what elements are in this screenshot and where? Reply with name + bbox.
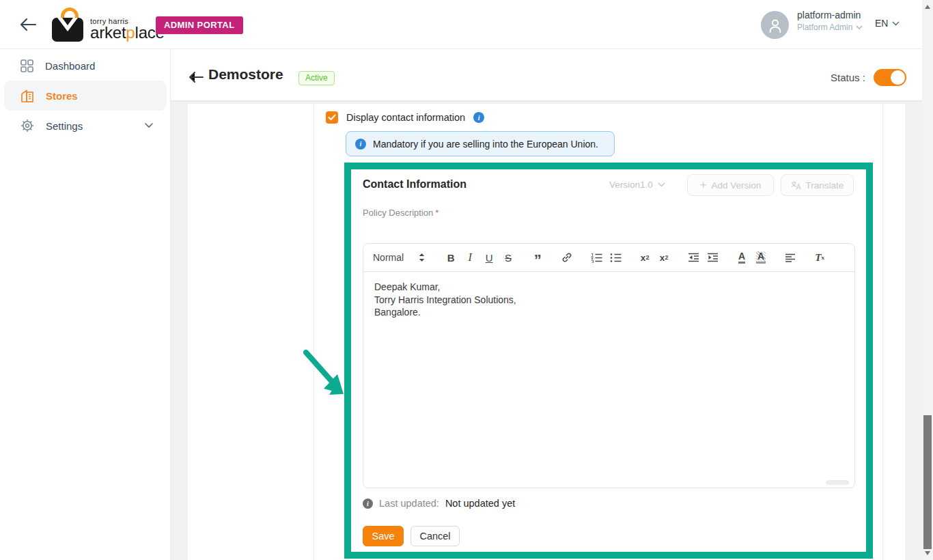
status-badge: Active [298, 71, 335, 85]
top-bar: torry harris arketplace ADMIN PORTAL pla… [0, 0, 922, 49]
last-updated-label: Last updated: [379, 498, 439, 509]
link-group [557, 249, 576, 266]
version-label: Version1.0 [609, 180, 653, 190]
sidebar-item-settings[interactable]: Settings [4, 111, 167, 141]
subscript-button[interactable]: x2 [635, 249, 654, 266]
indent-group [684, 249, 722, 266]
language-selector[interactable]: EN [875, 18, 900, 29]
add-version-button[interactable]: + Add Version [687, 174, 774, 196]
store-detail-card: Display contact information i i Mandator… [188, 104, 905, 560]
display-contact-row: Display contact information i [326, 111, 484, 124]
clean-T: T [815, 252, 821, 264]
bullet-list-button[interactable] [606, 249, 625, 266]
status-toggle[interactable] [874, 69, 906, 86]
indent-button[interactable] [703, 249, 722, 266]
subscript-2: 2 [645, 254, 649, 261]
text-color-button[interactable]: A [738, 251, 745, 264]
panel-title: Contact Information [363, 178, 466, 191]
save-button[interactable]: Save [363, 526, 404, 546]
page-title: Demostore [208, 66, 283, 83]
toggle-knob [891, 70, 905, 85]
chevron-down-icon[interactable] [145, 123, 153, 128]
outdent-button[interactable] [684, 249, 703, 266]
user-role-dropdown[interactable]: Platform Admin [797, 23, 863, 32]
last-updated-value: Not updated yet [445, 498, 515, 509]
sidebar-item-stores[interactable]: Stores [4, 81, 167, 111]
cancel-button[interactable]: Cancel [410, 526, 460, 546]
marketplace-logo[interactable]: torry harris arketplace [52, 8, 165, 42]
bold-button[interactable]: B [441, 249, 460, 266]
scroll-up-arrow-icon[interactable] [925, 5, 930, 9]
chevron-down-icon [856, 25, 863, 29]
policy-label-text: Policy Description [363, 208, 433, 218]
logo-name-pre: arket [90, 23, 126, 42]
admin-portal-badge: ADMIN PORTAL [156, 16, 243, 34]
logo-mark-icon [52, 8, 87, 42]
italic-button[interactable]: I [460, 249, 479, 266]
format-select[interactable]: Normal [373, 252, 425, 263]
page-back-icon[interactable] [186, 67, 206, 87]
updown-arrows-icon [419, 253, 425, 262]
editor-text-area[interactable]: Deepak Kumar, Torry Harris Integration S… [363, 272, 854, 328]
align-button[interactable] [781, 249, 800, 266]
gear-icon [20, 119, 34, 132]
chevron-down-icon [892, 21, 900, 26]
logo-name-accent: p [126, 23, 135, 42]
ordered-list-button[interactable] [587, 249, 606, 266]
last-updated-row: i Last updated: Not updated yet [363, 498, 515, 509]
editor-toolbar: Normal B I U S [363, 244, 854, 272]
banner-text: Mandatory if you are selling into the Eu… [373, 139, 598, 150]
info-icon: i [355, 139, 366, 150]
format-group: B I U S [441, 249, 518, 266]
superscript-button[interactable]: x2 [654, 249, 673, 266]
scrollbar-thumb[interactable] [923, 415, 932, 549]
user-name: platform-admin [797, 10, 863, 20]
plus-icon: + [700, 180, 707, 190]
sidebar-item-label: Settings [46, 120, 83, 132]
editor-line: Deepak Kumar, [374, 281, 844, 294]
sidebar-item-label: Dashboard [45, 60, 95, 72]
align-left-icon [785, 253, 796, 262]
back-icon[interactable] [18, 14, 38, 35]
underline-button[interactable]: U [479, 249, 499, 266]
check-icon [328, 114, 336, 121]
user-avatar[interactable] [761, 11, 789, 39]
link-button[interactable] [557, 249, 576, 266]
store-building-icon [20, 89, 34, 102]
bullet-list-icon [610, 253, 622, 263]
strikethrough-button[interactable]: S [499, 249, 518, 266]
logo-name: arketplace [90, 25, 165, 40]
vertical-scrollbar[interactable] [922, 0, 933, 560]
translate-button[interactable]: Translate [781, 174, 854, 196]
editor-scroll-hint [826, 480, 849, 485]
outdent-icon [688, 253, 699, 262]
quote-group: ” [528, 249, 547, 266]
person-icon [768, 18, 783, 33]
info-icon: i [363, 499, 373, 509]
info-icon[interactable]: i [473, 112, 484, 123]
blockquote-button[interactable]: ” [528, 249, 547, 266]
indent-icon [707, 253, 719, 262]
background-color-button[interactable]: A [756, 251, 766, 264]
editor-line: Bangalore. [374, 306, 844, 319]
align-group [781, 249, 800, 266]
logo-m-notch [52, 18, 83, 42]
sidebar: Dashboard Stores Settings [0, 49, 171, 560]
contact-information-panel: Contact Information Version1.0 + Add Ver… [344, 163, 873, 559]
scroll-down-arrow-icon[interactable] [925, 551, 930, 555]
logo-text: torry harris arketplace [90, 17, 165, 40]
arrow-left-icon [188, 70, 204, 84]
clear-formatting-button[interactable]: Tx [810, 249, 829, 266]
version-dropdown[interactable]: Version1.0 [609, 180, 665, 190]
policy-content-column: Display contact information i i Mandator… [314, 104, 883, 560]
page-header: Demostore Active Status : [171, 49, 922, 101]
sidebar-item-dashboard[interactable]: Dashboard [4, 51, 167, 81]
chevron-down-icon [658, 182, 665, 187]
logo-bag-shape [52, 18, 83, 42]
display-contact-checkbox[interactable] [326, 111, 338, 124]
user-menu[interactable]: platform-admin Platform Admin [797, 10, 863, 32]
superscript-x: x [660, 253, 665, 263]
arrow-left-icon [19, 17, 37, 32]
required-asterisk: * [435, 208, 438, 218]
language-label: EN [875, 18, 888, 29]
